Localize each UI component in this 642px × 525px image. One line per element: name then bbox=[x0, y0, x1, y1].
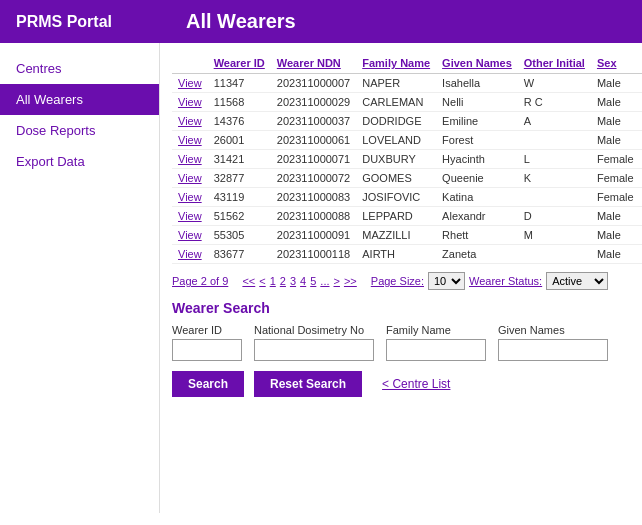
wearer-id-cell: 55305 bbox=[208, 226, 271, 245]
sex-cell: Male bbox=[591, 226, 640, 245]
given-names-input[interactable] bbox=[498, 339, 608, 361]
view-link-cell[interactable]: View bbox=[172, 150, 208, 169]
reset-search-button[interactable]: Reset Search bbox=[254, 371, 362, 397]
given-names-field-group: Given Names bbox=[498, 324, 608, 361]
family-name-input[interactable] bbox=[386, 339, 486, 361]
view-link-cell[interactable]: View bbox=[172, 74, 208, 93]
family-name-cell: GOOMES bbox=[356, 169, 436, 188]
other-initial-cell bbox=[518, 188, 591, 207]
national-dosimetry-label: National Dosimetry No bbox=[254, 324, 374, 336]
given-names-label: Given Names bbox=[498, 324, 608, 336]
main-content: Wearer ID Wearer NDN Family Name Given N… bbox=[160, 43, 642, 513]
wearer-ndn-cell: 202311000061 bbox=[271, 131, 356, 150]
table-row: View 43119 202311000083 JOSIFOVIC Katina… bbox=[172, 188, 642, 207]
page-next[interactable]: > bbox=[334, 275, 340, 287]
view-link[interactable]: View bbox=[178, 210, 202, 222]
sex-cell: Male bbox=[591, 245, 640, 264]
table-row: View 31421 202311000071 DUXBURY Hyacinth… bbox=[172, 150, 642, 169]
given-names-cell: Nelli bbox=[436, 93, 518, 112]
view-link[interactable]: View bbox=[178, 172, 202, 184]
view-link-cell[interactable]: View bbox=[172, 207, 208, 226]
sidebar-item-export-data[interactable]: Export Data bbox=[0, 146, 159, 177]
page-info: Page 2 of 9 bbox=[172, 275, 228, 287]
given-names-cell: Hyacinth bbox=[436, 150, 518, 169]
given-names-cell: Katina bbox=[436, 188, 518, 207]
search-button[interactable]: Search bbox=[172, 371, 244, 397]
page-first[interactable]: << bbox=[242, 275, 255, 287]
view-link-cell[interactable]: View bbox=[172, 131, 208, 150]
sidebar-item-centres[interactable]: Centres bbox=[0, 53, 159, 84]
wearer-ndn-cell: 202311000088 bbox=[271, 207, 356, 226]
table-row: View 83677 202311000118 AIRTH Zaneta Mal… bbox=[172, 245, 642, 264]
page-2[interactable]: 2 bbox=[280, 275, 286, 287]
page-size-select[interactable]: 10 20 50 bbox=[428, 272, 465, 290]
col-header-given-names[interactable]: Given Names bbox=[436, 53, 518, 74]
view-link[interactable]: View bbox=[178, 153, 202, 165]
sex-cell: Male bbox=[591, 207, 640, 226]
search-section: Wearer Search Wearer ID National Dosimet… bbox=[172, 300, 630, 397]
family-name-cell: AIRTH bbox=[356, 245, 436, 264]
sidebar-item-all-wearers[interactable]: All Wearers bbox=[0, 84, 159, 115]
view-link[interactable]: View bbox=[178, 96, 202, 108]
wearer-id-cell: 43119 bbox=[208, 188, 271, 207]
wearer-status-select[interactable]: Active Inactive All bbox=[546, 272, 608, 290]
wearer-ndn-cell: 202311000072 bbox=[271, 169, 356, 188]
centre-list-link[interactable]: < Centre List bbox=[382, 377, 450, 391]
page-prev[interactable]: < bbox=[259, 275, 265, 287]
other-initial-cell: R C bbox=[518, 93, 591, 112]
view-link-cell[interactable]: View bbox=[172, 188, 208, 207]
page-3[interactable]: 3 bbox=[290, 275, 296, 287]
col-header-wearer-id[interactable]: Wearer ID bbox=[208, 53, 271, 74]
col-header-sex[interactable]: Sex bbox=[591, 53, 640, 74]
family-name-cell: LOVELAND bbox=[356, 131, 436, 150]
wearer-ndn-cell: 202311000083 bbox=[271, 188, 356, 207]
other-initial-cell bbox=[518, 245, 591, 264]
family-name-label: Family Name bbox=[386, 324, 486, 336]
other-initial-cell bbox=[518, 131, 591, 150]
wearer-status-label: Wearer Status: bbox=[469, 275, 542, 287]
col-header-other-initial[interactable]: Other Initial bbox=[518, 53, 591, 74]
table-row: View 14376 202311000037 DODRIDGE Emiline… bbox=[172, 112, 642, 131]
page-4[interactable]: 4 bbox=[300, 275, 306, 287]
other-initial-cell: W bbox=[518, 74, 591, 93]
view-link[interactable]: View bbox=[178, 248, 202, 260]
page-last[interactable]: >> bbox=[344, 275, 357, 287]
sex-cell: Female bbox=[591, 188, 640, 207]
family-name-cell: LEPPARD bbox=[356, 207, 436, 226]
sidebar-item-dose-reports[interactable]: Dose Reports bbox=[0, 115, 159, 146]
col-header-family-name[interactable]: Family Name bbox=[356, 53, 436, 74]
family-name-cell: DODRIDGE bbox=[356, 112, 436, 131]
page-1[interactable]: 1 bbox=[270, 275, 276, 287]
other-initial-cell: A bbox=[518, 112, 591, 131]
wearer-id-cell: 32877 bbox=[208, 169, 271, 188]
wearer-ndn-cell: 202311000118 bbox=[271, 245, 356, 264]
wearer-id-label: Wearer ID bbox=[172, 324, 242, 336]
view-link[interactable]: View bbox=[178, 191, 202, 203]
family-name-field-group: Family Name bbox=[386, 324, 486, 361]
app-title: PRMS Portal bbox=[16, 13, 186, 31]
view-link[interactable]: View bbox=[178, 229, 202, 241]
page-ellipsis: ... bbox=[320, 275, 329, 287]
national-dosimetry-input[interactable] bbox=[254, 339, 374, 361]
table-row: View 55305 202311000091 MAZZILLI Rhett M… bbox=[172, 226, 642, 245]
wearer-id-cell: 26001 bbox=[208, 131, 271, 150]
other-initial-cell: D bbox=[518, 207, 591, 226]
page-size-label: Page Size: bbox=[371, 275, 424, 287]
view-link-cell[interactable]: View bbox=[172, 93, 208, 112]
sex-cell: Male bbox=[591, 74, 640, 93]
view-link[interactable]: View bbox=[178, 115, 202, 127]
col-header-wearer-ndn[interactable]: Wearer NDN bbox=[271, 53, 356, 74]
wearers-table: Wearer ID Wearer NDN Family Name Given N… bbox=[172, 53, 642, 264]
view-link[interactable]: View bbox=[178, 134, 202, 146]
view-link-cell[interactable]: View bbox=[172, 226, 208, 245]
view-link-cell[interactable]: View bbox=[172, 245, 208, 264]
page-5[interactable]: 5 bbox=[310, 275, 316, 287]
search-fields: Wearer ID National Dosimetry No Family N… bbox=[172, 324, 630, 361]
sex-cell: Male bbox=[591, 112, 640, 131]
view-link[interactable]: View bbox=[178, 77, 202, 89]
given-names-cell: Alexandr bbox=[436, 207, 518, 226]
wearer-id-input[interactable] bbox=[172, 339, 242, 361]
view-link-cell[interactable]: View bbox=[172, 112, 208, 131]
view-link-cell[interactable]: View bbox=[172, 169, 208, 188]
given-names-cell: Forest bbox=[436, 131, 518, 150]
